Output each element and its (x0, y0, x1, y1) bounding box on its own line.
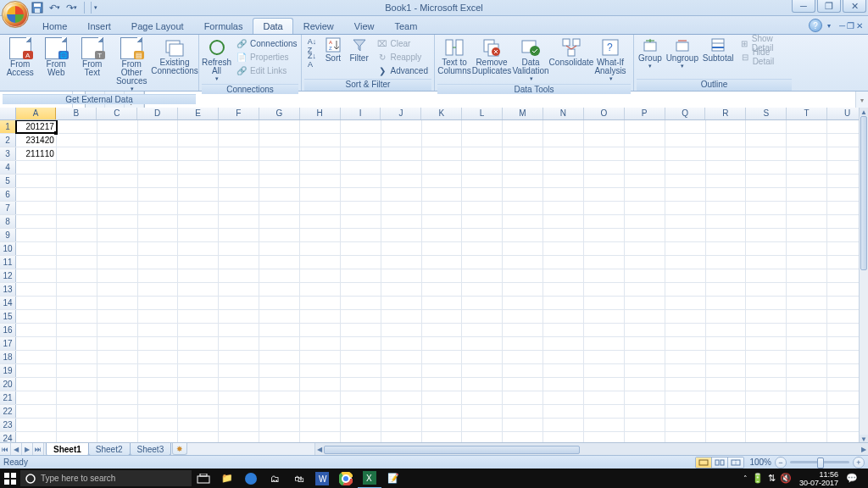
cell-K8[interactable] (422, 215, 463, 228)
cell-L5[interactable] (462, 175, 503, 187)
cell-J13[interactable] (381, 283, 422, 296)
cell-F3[interactable] (219, 147, 259, 160)
cell-Q2[interactable] (665, 134, 706, 147)
from-text-button[interactable]: T FromText (75, 36, 110, 79)
cell-N16[interactable] (543, 324, 584, 336)
column-header-J[interactable]: J (381, 108, 421, 119)
column-header-I[interactable]: I (341, 108, 381, 119)
cell-H6[interactable] (300, 188, 341, 201)
cell-I17[interactable] (341, 337, 381, 350)
cell-O23[interactable] (584, 419, 625, 431)
cell-K10[interactable] (422, 242, 463, 255)
cell-G7[interactable] (259, 202, 300, 214)
cell-I1[interactable] (341, 120, 381, 133)
cell-H1[interactable] (300, 120, 341, 133)
cell-E5[interactable] (178, 175, 219, 187)
zoom-slider-handle[interactable] (817, 458, 824, 469)
cell-R18[interactable] (706, 351, 747, 363)
scroll-right-icon[interactable]: ▶ (860, 443, 868, 456)
cell-O4[interactable] (584, 161, 625, 174)
cell-F10[interactable] (219, 242, 259, 255)
cell-J1[interactable] (381, 120, 422, 133)
cell-E18[interactable] (178, 351, 219, 363)
cell-P6[interactable] (625, 188, 665, 201)
row-header-5[interactable]: 5 (0, 175, 16, 187)
cell-P9[interactable] (625, 229, 665, 241)
cell-G2[interactable] (259, 134, 300, 147)
cell-P14[interactable] (625, 297, 665, 309)
cell-R14[interactable] (706, 297, 747, 309)
cell-O22[interactable] (584, 405, 625, 418)
row-header-14[interactable]: 14 (0, 297, 16, 309)
cell-D15[interactable] (138, 310, 179, 323)
cell-B12[interactable] (57, 269, 97, 282)
cell-D16[interactable] (138, 324, 179, 336)
cell-P16[interactable] (625, 324, 665, 336)
edit-links-button[interactable]: 🔗Edit Links (232, 64, 301, 77)
sort-asc-button[interactable]: A↓Z (304, 39, 320, 53)
cell-A5[interactable] (16, 175, 57, 187)
row-header-21[interactable]: 21 (0, 391, 16, 404)
cell-K17[interactable] (422, 337, 463, 350)
cell-E19[interactable] (178, 364, 219, 377)
cell-C14[interactable] (97, 297, 138, 309)
cell-T5[interactable] (787, 175, 827, 187)
cell-K23[interactable] (422, 419, 463, 431)
cell-Q22[interactable] (665, 405, 706, 418)
cell-T3[interactable] (787, 147, 827, 160)
cell-N21[interactable] (543, 391, 584, 404)
cell-A10[interactable] (16, 242, 57, 255)
sheet-tab-sheet1[interactable]: Sheet1 (46, 443, 89, 456)
cell-I20[interactable] (341, 378, 381, 391)
cell-P10[interactable] (625, 242, 665, 255)
cell-J16[interactable] (381, 324, 422, 336)
column-header-R[interactable]: R (705, 108, 746, 119)
cell-H18[interactable] (300, 351, 341, 363)
cell-H13[interactable] (300, 283, 341, 296)
cell-I6[interactable] (341, 188, 381, 201)
cell-H9[interactable] (300, 229, 341, 241)
row-header-13[interactable]: 13 (0, 283, 16, 296)
cell-M22[interactable] (503, 405, 543, 418)
cell-L2[interactable] (462, 134, 503, 147)
row-header-18[interactable]: 18 (0, 351, 16, 363)
cell-R3[interactable] (706, 147, 747, 160)
insert-sheet-button[interactable]: ✸ (172, 443, 187, 455)
cell-G17[interactable] (259, 337, 300, 350)
sheet-nav-first-icon[interactable]: ⏮ (0, 443, 11, 456)
cell-K5[interactable] (422, 175, 463, 187)
cell-I11[interactable] (341, 256, 381, 269)
cell-H8[interactable] (300, 215, 341, 228)
cell-K7[interactable] (422, 202, 463, 214)
cell-J17[interactable] (381, 337, 422, 350)
cell-F9[interactable] (219, 229, 259, 241)
cell-M15[interactable] (503, 310, 543, 323)
cell-G4[interactable] (259, 161, 300, 174)
cell-M23[interactable] (503, 419, 543, 431)
cell-Q11[interactable] (665, 256, 706, 269)
cell-L13[interactable] (462, 283, 503, 296)
cell-S16[interactable] (746, 324, 787, 336)
cell-I15[interactable] (341, 310, 381, 323)
cell-P2[interactable] (625, 134, 665, 147)
column-header-S[interactable]: S (746, 108, 787, 119)
column-header-A[interactable]: A (16, 108, 57, 119)
taskbar-edge[interactable] (239, 469, 263, 488)
cell-M21[interactable] (503, 391, 543, 404)
cell-O1[interactable] (584, 120, 625, 133)
cell-I2[interactable] (341, 134, 381, 147)
cell-S19[interactable] (746, 364, 787, 377)
cell-M13[interactable] (503, 283, 543, 296)
vertical-scrollbar[interactable]: ▲ ▼ (859, 108, 868, 443)
office-button[interactable] (2, 1, 29, 28)
cell-D6[interactable] (138, 188, 179, 201)
cell-T13[interactable] (787, 283, 827, 296)
group-button[interactable]: Group (637, 36, 664, 71)
cell-E16[interactable] (178, 324, 219, 336)
cell-R16[interactable] (706, 324, 747, 336)
cell-C1[interactable] (97, 120, 138, 133)
cell-L7[interactable] (462, 202, 503, 214)
cell-A23[interactable] (16, 419, 57, 431)
mdi-minimize-icon[interactable]: ─ (839, 21, 845, 30)
column-header-H[interactable]: H (300, 108, 341, 119)
